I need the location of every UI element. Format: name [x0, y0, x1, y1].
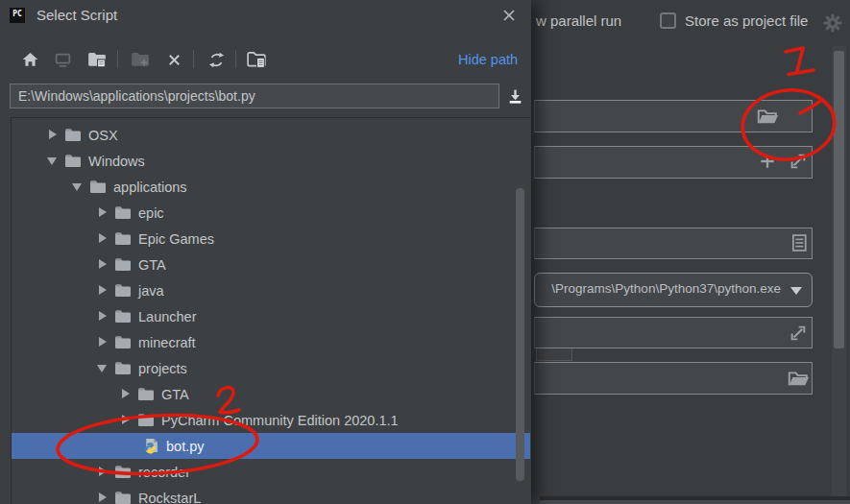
tree-item-gta-projects[interactable]: GTA — [12, 381, 530, 407]
folder-icon — [114, 231, 132, 247]
annotation-number-2-top — [786, 48, 814, 75]
panel-edge — [540, 500, 850, 504]
tree-item-java[interactable]: java — [12, 277, 530, 303]
chevron-right-icon[interactable] — [96, 491, 110, 504]
dialog-title: Select Script — [36, 7, 117, 23]
folder-icon — [114, 361, 132, 376]
folder-icon — [114, 205, 132, 221]
allow-parallel-run-label: w parallel run — [536, 12, 621, 29]
chevron-right-icon[interactable] — [119, 387, 134, 401]
tree-item-epic-games[interactable]: Epic Games — [12, 226, 530, 252]
toolbar-separator — [235, 50, 236, 68]
desktop-icon — [51, 48, 74, 71]
chevron-right-icon[interactable] — [46, 128, 61, 142]
folder-icon — [137, 387, 155, 402]
tree-item-label: projects — [138, 361, 187, 376]
background-scrollbar-thumb[interactable] — [834, 51, 844, 348]
folder-icon — [64, 128, 82, 143]
tree-item-minecraft[interactable]: minecraft — [12, 329, 530, 355]
python-interpreter-select[interactable]: \Programs\Python\Python37\python.exe — [534, 273, 813, 307]
folder-icon — [114, 465, 132, 480]
chevron-down-icon[interactable] — [46, 154, 61, 168]
tree-item-label: PyCharm Community Edition 2020.1.1 — [161, 413, 399, 428]
chevron-right-icon[interactable] — [96, 283, 110, 298]
chevron-down-icon[interactable] — [790, 287, 802, 295]
refresh-icon[interactable] — [205, 48, 228, 71]
tree-item-launcher[interactable]: Launcher — [12, 303, 530, 329]
expand-field-icon-2[interactable] — [788, 323, 809, 348]
tree-item-gta-apps[interactable]: GTA — [12, 252, 530, 277]
chevron-right-icon[interactable] — [96, 257, 110, 272]
toolbar-separator — [117, 50, 118, 68]
toolbar-separator — [193, 50, 194, 68]
folder-icon — [114, 309, 132, 324]
plus-icon[interactable] — [757, 151, 778, 176]
gear-icon[interactable] — [822, 12, 843, 37]
tree-item-label: GTA — [138, 257, 166, 273]
chevron-right-icon[interactable] — [96, 231, 110, 246]
working-directory-folder-icon[interactable] — [787, 368, 811, 392]
folder-icon — [64, 154, 82, 169]
list-browse-icon[interactable] — [789, 232, 810, 257]
store-as-project-file-label: Store as project file — [685, 12, 808, 29]
chevron-down-icon[interactable] — [96, 361, 110, 375]
tree-item-label: applications — [113, 180, 187, 195]
chevron-right-icon[interactable] — [96, 205, 110, 220]
tree-item-label: bot.py — [166, 439, 205, 454]
field-stub — [536, 348, 572, 361]
tree-item-projects[interactable]: projects — [12, 355, 530, 381]
tree-item-pycharm-community[interactable]: PyCharm Community Edition 2020.1.1 — [12, 407, 530, 433]
home-icon[interactable] — [18, 48, 41, 71]
tree-item-rockstarl[interactable]: RockstarL — [12, 485, 530, 504]
tree-item-windows[interactable]: Windows — [12, 148, 530, 174]
chevron-right-icon[interactable] — [119, 413, 134, 427]
folder-icon — [114, 283, 132, 299]
chevron-right-icon[interactable] — [96, 335, 110, 349]
python-interpreter-value: \Programs\Python\Python37\python.exe — [551, 281, 781, 296]
python-file-icon — [142, 439, 159, 454]
environment-variables-field[interactable] — [534, 228, 813, 259]
folder-icon — [89, 180, 107, 195]
working-directory-field[interactable] — [534, 362, 813, 395]
chevron-right-icon[interactable] — [96, 465, 110, 479]
file-tree: OSX Windows applications epic Epic Games — [11, 117, 530, 504]
chevron-right-icon[interactable] — [96, 309, 110, 324]
tree-item-label: RockstarL — [138, 491, 201, 504]
pycharm-icon: PC — [8, 6, 27, 25]
delete-icon[interactable] — [162, 48, 185, 71]
tree-scrollbar-thumb[interactable] — [516, 188, 524, 481]
folder-icon — [137, 413, 155, 428]
tree-item-label: minecraft — [138, 335, 196, 350]
interpreter-options-field[interactable] — [534, 317, 813, 348]
chevron-down-icon[interactable] — [71, 180, 85, 194]
tree-item-label: Windows — [88, 154, 145, 169]
tree-item-label: OSX — [88, 128, 118, 143]
select-script-dialog: PC Select Script — [0, 0, 531, 504]
project-directory-folder-icon[interactable] — [85, 48, 109, 71]
folder-icon — [114, 257, 132, 273]
new-folder-icon — [129, 48, 152, 71]
tree-item-bot-py[interactable]: bot.py — [12, 433, 530, 459]
close-icon[interactable] — [500, 7, 518, 24]
tree-item-label: recorder — [138, 465, 190, 480]
tree-item-label: Epic Games — [138, 231, 214, 247]
dialog-titlebar[interactable]: PC Select Script — [0, 0, 531, 31]
show-files-folder-icon[interactable] — [245, 48, 268, 71]
tree-item-label: Launcher — [138, 309, 196, 324]
script-path-browse-folder-icon[interactable] — [756, 106, 780, 130]
apply-path-icon[interactable] — [503, 84, 526, 108]
folder-icon — [114, 335, 132, 350]
path-input[interactable] — [10, 84, 499, 108]
screen: w parallel run Store as project file — [0, 0, 850, 504]
tree-item-epic[interactable]: epic — [12, 200, 530, 226]
tree-item-osx[interactable]: OSX — [12, 122, 530, 148]
folder-icon — [114, 491, 132, 504]
store-as-project-file-checkbox[interactable] — [660, 12, 676, 29]
tree-item-applications[interactable]: applications — [12, 174, 530, 200]
expand-field-icon[interactable] — [788, 151, 809, 176]
tree-item-label: epic — [138, 205, 164, 221]
hide-path-link[interactable]: Hide path — [458, 52, 518, 67]
tree-item-label: java — [138, 283, 164, 299]
tree-item-recorder[interactable]: recorder — [12, 459, 530, 485]
tree-item-label: GTA — [161, 387, 189, 402]
